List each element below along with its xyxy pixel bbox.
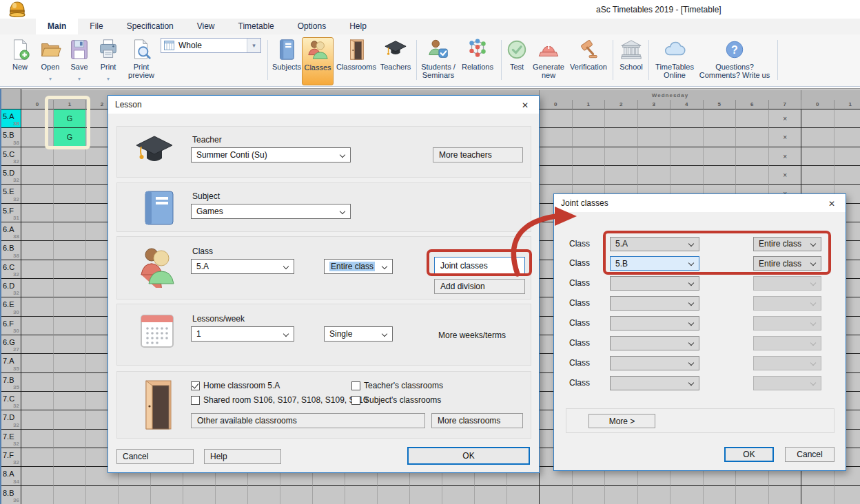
grid-cell[interactable] (54, 185, 86, 203)
grid-row-header[interactable]: 7.E32 (0, 430, 21, 448)
grid-cell[interactable] (21, 166, 54, 185)
menu-view[interactable]: View (185, 19, 227, 34)
grid-cell[interactable] (475, 486, 507, 504)
grid-cell[interactable] (573, 147, 606, 166)
grid-cell[interactable] (21, 392, 54, 410)
grid-cell[interactable] (605, 109, 638, 128)
subjects-button[interactable]: Subjects (269, 37, 304, 85)
grid-row-header[interactable]: 5.F31 (0, 204, 21, 222)
grid-cell[interactable] (736, 166, 769, 185)
grid-cell[interactable] (21, 373, 54, 392)
grid-cell[interactable] (86, 486, 119, 504)
grid-cell[interactable] (704, 128, 737, 147)
grid-cell[interactable] (21, 486, 54, 504)
add-division-button[interactable]: Add division (434, 279, 525, 294)
grid-cell[interactable] (21, 448, 54, 467)
grid-row-header[interactable]: 7.B35 (0, 373, 21, 392)
grid-cell[interactable] (670, 486, 704, 504)
grid-cell[interactable] (54, 241, 86, 260)
grid-cell[interactable] (704, 147, 737, 166)
grid-row-header[interactable]: 5.B38 (0, 128, 21, 147)
menu-options[interactable]: Options (286, 19, 338, 34)
grid-cell[interactable] (378, 486, 410, 504)
grid-cell[interactable] (638, 128, 671, 147)
grid-cell[interactable] (704, 109, 737, 128)
test-button[interactable]: Test (504, 37, 530, 85)
menu-specification[interactable]: Specification (115, 19, 185, 34)
grid-cell[interactable] (801, 128, 835, 147)
grid-cell[interactable] (54, 297, 86, 316)
grid-cell[interactable] (736, 109, 769, 128)
more-teachers-button[interactable]: More teachers (433, 147, 523, 162)
joint-class-dropdown[interactable]: 5.A (610, 237, 699, 251)
students-seminars-button[interactable]: Students / Seminars (419, 37, 458, 85)
grid-row-header[interactable]: 8.A34 (0, 467, 21, 485)
subjects-classrooms-checkbox[interactable]: Subject's classrooms (351, 395, 441, 405)
grid-row-header[interactable]: 5.C32 (0, 147, 21, 166)
open-button[interactable]: Open (36, 37, 65, 85)
grid-cell[interactable] (119, 486, 151, 504)
joint-scope-dropdown[interactable]: Entire class (753, 256, 821, 271)
more-classrooms-button[interactable]: More classrooms (431, 413, 523, 428)
grid-row-header[interactable]: 6.F30 (0, 317, 21, 335)
grid-cell[interactable] (21, 467, 54, 485)
grid-cell[interactable] (605, 166, 638, 185)
joint-class-dropdown[interactable] (610, 276, 699, 291)
menu-file[interactable]: File (78, 19, 114, 34)
home-classroom-checkbox[interactable]: Home classroom 5.A (191, 381, 280, 390)
grid-cell[interactable] (573, 166, 606, 185)
grid-cell[interactable] (21, 430, 54, 448)
teachers-classrooms-checkbox[interactable]: Teacher's classrooms (351, 381, 443, 390)
grid-row-header[interactable]: 6.B38 (0, 241, 21, 260)
grid-cell[interactable] (801, 486, 835, 504)
grid-cell[interactable] (835, 109, 860, 128)
grid-cell[interactable] (54, 166, 86, 185)
grid-cell[interactable] (54, 279, 86, 297)
grid-cell[interactable] (736, 128, 769, 147)
lessons-count-dropdown[interactable]: 1 (191, 326, 294, 342)
teacher-dropdown[interactable]: Summer Conti (Su) (191, 147, 351, 162)
grid-cell[interactable] (54, 204, 86, 222)
more-weeks-terms-link[interactable]: More weeks/terms (438, 330, 506, 340)
grid-cell[interactable] (54, 222, 86, 241)
grid-cell[interactable] (410, 486, 442, 504)
ok-button[interactable]: OK (407, 447, 530, 465)
grid-cell[interactable] (54, 486, 86, 504)
joint-class-dropdown[interactable] (610, 376, 699, 390)
grid-row-header[interactable]: 6.A38 (0, 222, 21, 241)
grid-cell[interactable] (54, 260, 86, 279)
grid-cell[interactable] (21, 260, 54, 279)
grid-row-header[interactable]: 7.F32 (0, 448, 21, 467)
grid-cell[interactable] (21, 354, 54, 372)
grid-cell[interactable] (54, 410, 86, 429)
joint-class-dropdown[interactable] (610, 296, 699, 311)
classes-button[interactable]: Classes (302, 37, 334, 85)
grid-cell[interactable] (21, 185, 54, 203)
grid-cell[interactable] (835, 147, 860, 166)
lesson-duration-dropdown[interactable]: Single (324, 326, 393, 342)
grid-cell[interactable] (704, 166, 737, 185)
grid-cell[interactable] (507, 486, 540, 504)
more-options-button[interactable]: More > (588, 414, 655, 428)
grid-cell[interactable] (345, 486, 378, 504)
grid-cell[interactable] (670, 166, 704, 185)
grid-cell[interactable] (801, 109, 835, 128)
grid-cell[interactable] (216, 486, 248, 504)
grid-row-header[interactable]: 7.D32 (0, 410, 21, 429)
classrooms-button[interactable]: Classrooms (335, 37, 378, 85)
grid-cell[interactable] (801, 166, 835, 185)
cancel-button[interactable]: Cancel (116, 449, 194, 464)
grid-cell[interactable] (540, 128, 573, 147)
grid-row-header[interactable]: 5.E32 (0, 185, 21, 203)
subject-dropdown[interactable]: Games (191, 204, 351, 219)
grid-row-header[interactable]: 7.C32 (0, 392, 21, 410)
grid-cell[interactable] (280, 486, 313, 504)
menu-help[interactable]: Help (338, 19, 378, 34)
grid-row-header[interactable]: 8.B36 (0, 486, 21, 504)
joint-class-dropdown[interactable] (610, 316, 699, 330)
grid-cell[interactable] (21, 204, 54, 222)
shared-room-checkbox[interactable]: Shared room S106, S107, S108, S109, S110 (191, 395, 368, 405)
save-button[interactable]: Save (65, 37, 94, 85)
grid-cell[interactable] (54, 430, 86, 448)
grid-cell[interactable] (835, 166, 860, 185)
